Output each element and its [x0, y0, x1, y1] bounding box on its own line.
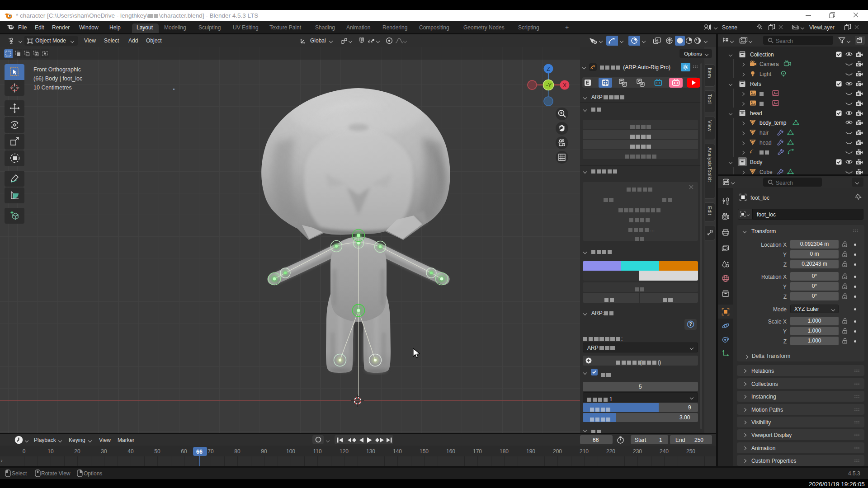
svg-text:X: X: [563, 82, 566, 89]
svg-text:Z: Z: [547, 66, 550, 72]
svg-text:-Y: -Y: [546, 82, 552, 89]
svg-text:?: ?: [689, 321, 692, 327]
